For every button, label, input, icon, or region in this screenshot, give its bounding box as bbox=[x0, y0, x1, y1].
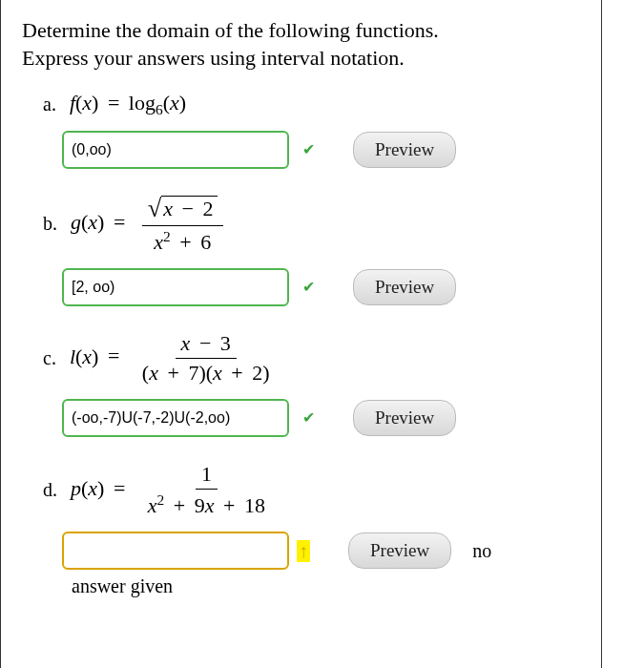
preview-button-b[interactable]: Preview bbox=[353, 269, 456, 305]
math-b: g(x) = √x − 2 x2 + 6 bbox=[71, 192, 223, 257]
answer-given-label: answer given bbox=[22, 575, 580, 597]
problem-b: b. g(x) = √x − 2 x2 + 6 ✔ Preview bbox=[22, 192, 580, 306]
instructions-line2: Express your answers using interval nota… bbox=[22, 46, 405, 70]
input-wrap-b bbox=[62, 268, 289, 306]
check-icon: ✔ bbox=[302, 140, 315, 158]
label-a: a. bbox=[43, 94, 56, 115]
answer-row-b: ✔ Preview bbox=[22, 268, 580, 306]
instructions: Determine the domain of the following fu… bbox=[22, 17, 580, 72]
answer-row-c: ✔ Preview bbox=[22, 399, 580, 437]
equation-d: d. p(x) = 1 x2 + 9x + 18 bbox=[22, 460, 580, 520]
preview-button-a[interactable]: Preview bbox=[353, 132, 456, 168]
answer-row-a: ✔ Preview bbox=[22, 131, 580, 169]
answer-input-d[interactable] bbox=[62, 532, 289, 570]
math-a: f(x) = log6(x) bbox=[70, 91, 186, 118]
equation-b: b. g(x) = √x − 2 x2 + 6 bbox=[22, 192, 580, 257]
preview-button-d[interactable]: Preview bbox=[348, 532, 451, 569]
label-b: b. bbox=[43, 213, 57, 235]
answer-input-a[interactable] bbox=[62, 131, 289, 169]
math-c: l(x) = x − 3 (x + 7)(x + 2) bbox=[70, 329, 276, 387]
instructions-line1: Determine the domain of the following fu… bbox=[22, 18, 439, 42]
trailing-no: no bbox=[472, 540, 491, 562]
answer-input-c[interactable] bbox=[62, 399, 289, 437]
preview-button-c[interactable]: Preview bbox=[353, 400, 456, 436]
check-icon: ✔ bbox=[302, 408, 315, 427]
equation-a: a. f(x) = log6(x) bbox=[22, 91, 580, 118]
input-wrap-a bbox=[62, 131, 289, 169]
problem-d: d. p(x) = 1 x2 + 9x + 18 ↑ Preview no an… bbox=[22, 460, 580, 597]
equation-c: c. l(x) = x − 3 (x + 7)(x + 2) bbox=[22, 329, 580, 387]
page-container: Determine the domain of the following fu… bbox=[0, 0, 602, 668]
check-icon: ✔ bbox=[302, 278, 315, 296]
input-wrap-c bbox=[62, 399, 289, 437]
arrow-up-icon: ↑ bbox=[297, 540, 310, 562]
problem-c: c. l(x) = x − 3 (x + 7)(x + 2) ✔ Preview bbox=[22, 329, 580, 437]
input-wrap-d bbox=[62, 532, 289, 570]
label-c: c. bbox=[43, 347, 56, 369]
label-d: d. bbox=[43, 479, 57, 501]
problem-a: a. f(x) = log6(x) ✔ Preview bbox=[22, 91, 580, 168]
math-d: p(x) = 1 x2 + 9x + 18 bbox=[71, 460, 271, 520]
answer-input-b[interactable] bbox=[62, 268, 289, 306]
answer-row-d: ↑ Preview no bbox=[22, 532, 580, 570]
